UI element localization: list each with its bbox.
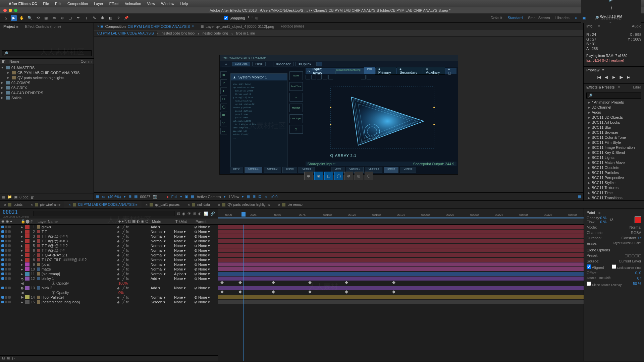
effect-category[interactable]: ▸Audio: [586, 110, 641, 115]
clone-tool[interactable]: ✻: [99, 15, 105, 21]
layer-row[interactable]: ▸14[Tool Pallette]♣ ╱ fxNormal ▾None ▾⊘ …: [0, 295, 218, 300]
effect-category[interactable]: ▸BCC11 Stylize: [586, 180, 641, 185]
zoom-tool[interactable]: 🔍: [27, 15, 33, 21]
info-tab[interactable]: Info: [586, 24, 592, 30]
composition-viewer[interactable]: PYM-74383 [SYS-1] ▸ 8 ▸ b7432888n ⬡ Sync…: [94, 37, 583, 192]
minimize-window-button[interactable]: [9, 9, 12, 12]
selection-tool[interactable]: ▶: [11, 15, 17, 21]
layer-row[interactable]: ▸2T T♣ ╱ fxNormal ▾None ▾⊘ None ▾: [0, 229, 218, 234]
menu-file[interactable]: File: [43, 2, 49, 6]
tl-snap-icon[interactable]: 🔗: [210, 212, 215, 216]
current-timecode[interactable]: 00021: [3, 209, 29, 215]
snap-opt-icon[interactable]: ⋮⋮: [247, 16, 254, 20]
col-trkmat[interactable]: TrkMat: [174, 220, 194, 224]
vb-mon-icon[interactable]: ▭: [102, 194, 105, 199]
flow-3[interactable]: type in 1 line: [233, 31, 258, 36]
tl-opt1-icon[interactable]: ⊡: [177, 212, 180, 216]
effect-category[interactable]: ▸BCC11 Image Restoration: [586, 145, 641, 150]
tl-switch3-icon[interactable]: {}: [12, 356, 14, 360]
paint-tab[interactable]: Paint: [587, 210, 595, 215]
timeline-tab[interactable]: ×CB PYM LAB CHIP CODE ANALYSIS ≡: [64, 201, 142, 208]
eraser-tool[interactable]: ◧: [107, 15, 113, 21]
project-search[interactable]: 🔎: [2, 50, 92, 56]
vb-roi-icon[interactable]: ▣: [185, 194, 188, 199]
next-frame-button[interactable]: |▶: [619, 75, 624, 79]
tl-opt2-icon[interactable]: ◉: [182, 212, 185, 216]
tl-fx-icon[interactable]: ⊞: [193, 212, 196, 216]
effect-category[interactable]: ▸BCC11 Color & Tone: [586, 135, 641, 140]
shape-tool[interactable]: ▢: [67, 15, 73, 21]
menu-help[interactable]: Help: [180, 2, 188, 6]
effect-category[interactable]: ▸BCC11 3D Objects: [586, 115, 641, 120]
tl-switch1-icon[interactable]: ⊡: [2, 356, 5, 360]
tl-graph-icon[interactable]: 📊: [204, 212, 208, 216]
layer-row[interactable]: ▸9[btns]♣ ╱ fxNormal ▾None ▾⊘ None ▾: [0, 262, 218, 267]
effect-category[interactable]: ▸BCC11 Obsolete: [586, 165, 641, 170]
effects-presets-tab[interactable]: Effects & Presets: [586, 85, 614, 91]
hand-tool[interactable]: ✋: [19, 15, 25, 21]
layer-row[interactable]: ▸6T T #@:@·#·#♣ ╱ fxNormal ▾None ▾⊘ None…: [0, 248, 218, 253]
effect-category[interactable]: ▸BCC11 Film Style: [586, 140, 641, 145]
track-area[interactable]: [218, 225, 584, 361]
workspace-panel-icon[interactable]: ▣: [582, 16, 586, 20]
effect-controls-tab[interactable]: Effect Controls (none): [22, 23, 64, 30]
col-icon[interactable]: ◧: [2, 59, 9, 64]
home-icon[interactable]: ⌂: [3, 15, 9, 21]
aligned-checkbox[interactable]: Aligned: [587, 264, 604, 269]
pan-behind-tool[interactable]: ⊕: [59, 15, 65, 21]
tree-item[interactable]: ▸QV parts selection highlights: [0, 75, 94, 80]
menu-layer[interactable]: Layer: [94, 2, 103, 6]
tl-shy-icon[interactable]: 👁: [187, 212, 191, 216]
close-window-button[interactable]: [3, 9, 7, 12]
flow-2[interactable]: nested code long: [199, 31, 231, 36]
effect-category[interactable]: ▸3D Channel: [586, 105, 641, 110]
col-mode[interactable]: Mode: [151, 220, 174, 224]
effect-category[interactable]: ▸BCC11 Key & Blend: [586, 150, 641, 155]
pv-shape-icon[interactable]: ◯: [334, 172, 343, 180]
effect-category[interactable]: ▸BCC11 Particles: [586, 170, 641, 175]
source-time-shift[interactable]: 0 f: [637, 276, 641, 280]
vb-mag-icon[interactable]: ▦: [96, 194, 99, 199]
tree-item[interactable]: ▸03-GRFX: [0, 85, 94, 90]
wifi-icon[interactable]: ⌇: [610, 6, 612, 10]
effect-category[interactable]: ▸BCC11 Time: [586, 190, 641, 195]
layer-row[interactable]: ▸10matte♣ ╱ fxNormal ▾None ▾⊘ None ▾: [0, 267, 218, 272]
app-name[interactable]: After Effects CC: [9, 2, 37, 6]
pv-mask-icon[interactable]: ▢: [324, 172, 333, 180]
project-tree[interactable]: ▾01-MASTERS▸CB PYM LAB CHIP CODE ANALYSI…: [0, 64, 94, 101]
layer-row[interactable]: ▸1glows♣ ╱ fxAdd ▾ ⊘ None ▾: [0, 225, 218, 229]
layer-row[interactable]: ▾12blinky 1♣ ╱ fxAdd ▾None ▾⊘ None ▾: [0, 276, 218, 281]
pv-alpha-icon[interactable]: ⊕: [304, 172, 313, 180]
col-layer-name[interactable]: Layer Name: [36, 220, 117, 224]
view-dropdown[interactable]: 1 View: [228, 195, 239, 199]
rotate-tool[interactable]: ▦: [43, 15, 49, 21]
snap-opt2-icon[interactable]: ⊞: [255, 16, 258, 20]
paint-mode[interactable]: Normal: [630, 225, 641, 229]
timeline-tab[interactable]: ×QV parts selection highlights: [214, 201, 274, 208]
vb-time-icon[interactable]: ⊡: [258, 194, 261, 199]
menu-animation[interactable]: Animation: [125, 2, 141, 6]
workspace-default[interactable]: Default: [491, 16, 502, 20]
col-name[interactable]: Name: [9, 59, 81, 63]
preview-tab[interactable]: Preview: [586, 68, 599, 72]
pv-target-icon[interactable]: ⊕: [344, 172, 353, 180]
pv-3d-icon[interactable]: ⊞: [355, 172, 363, 180]
clone-offset[interactable]: 0, 0: [635, 271, 641, 275]
col-comment[interactable]: Comm: [81, 59, 92, 63]
channel-icon[interactable]: ●: [166, 195, 169, 199]
effect-category[interactable]: ▸BCC11 Blur: [586, 125, 641, 130]
play-button[interactable]: ▶: [611, 75, 616, 79]
timeline-tab[interactable]: ×null data: [184, 201, 214, 208]
paint-flow[interactable]: 0 %: [600, 220, 606, 224]
prev-frame-button[interactable]: ◀|: [604, 75, 609, 79]
trash-icon[interactable]: 🗑: [31, 195, 34, 199]
effect-category[interactable]: ▸BCC11 Textures: [586, 185, 641, 190]
layer-row[interactable]: ▸5T T #@:@·#·# 2♣ ╱ fxNormal ▾None ▾⊘ No…: [0, 243, 218, 248]
bpc-label[interactable]: 8 bpc: [19, 195, 29, 199]
tree-item[interactable]: ▸CB PYM LAB CHIP CODE ANALYSIS: [0, 70, 94, 75]
snapping-checkbox[interactable]: [224, 16, 228, 20]
vb-pix-icon[interactable]: ▦: [247, 194, 250, 199]
paint-erase[interactable]: Layer Source & Paint: [613, 241, 641, 245]
menu-view[interactable]: View: [147, 2, 155, 6]
tl-mb-icon[interactable]: ◐: [198, 212, 202, 216]
